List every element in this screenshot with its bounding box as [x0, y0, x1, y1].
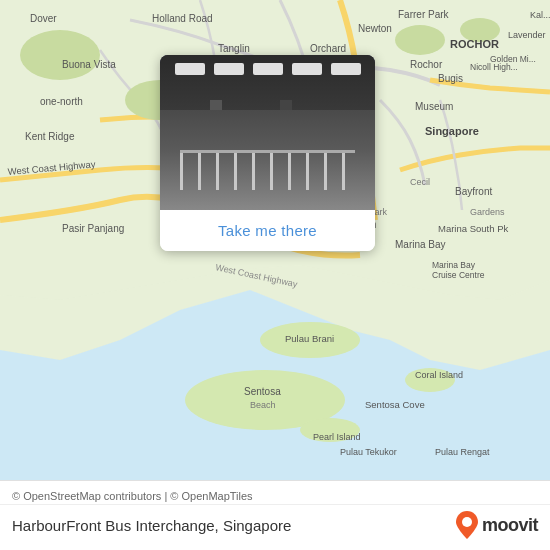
svg-text:Marina Bay: Marina Bay: [432, 260, 476, 270]
svg-text:Farrer Park: Farrer Park: [398, 9, 450, 20]
svg-text:Tanglin: Tanglin: [218, 43, 250, 54]
svg-text:Kent Ridge: Kent Ridge: [25, 131, 75, 142]
svg-text:Pulau Tekukor: Pulau Tekukor: [340, 447, 397, 457]
svg-text:Cecil: Cecil: [410, 177, 430, 187]
moovit-logo: moovit: [456, 511, 538, 539]
svg-text:Sentosa Cove: Sentosa Cove: [365, 399, 425, 410]
moovit-wordmark: moovit: [482, 515, 538, 536]
svg-text:Golden Mi...: Golden Mi...: [490, 54, 536, 64]
svg-text:Lavender: Lavender: [508, 30, 546, 40]
svg-text:Coral Island: Coral Island: [415, 370, 463, 380]
svg-text:Museum: Museum: [415, 101, 453, 112]
location-row: HarbourFront Bus Interchange, Singapore …: [0, 505, 550, 545]
svg-text:Marina South Pk: Marina South Pk: [438, 223, 508, 234]
svg-text:Singapore: Singapore: [425, 125, 479, 137]
svg-text:Rochor: Rochor: [410, 59, 443, 70]
svg-text:ROCHOR: ROCHOR: [450, 38, 499, 50]
svg-text:Dover: Dover: [30, 13, 57, 24]
take-me-there-button[interactable]: Take me there: [160, 210, 375, 251]
svg-text:Pasir Panjang: Pasir Panjang: [62, 223, 124, 234]
svg-text:Sentosa: Sentosa: [244, 386, 281, 397]
svg-text:Pulau Brani: Pulau Brani: [285, 333, 334, 344]
svg-text:Bugis: Bugis: [438, 73, 463, 84]
moovit-pin-icon: [456, 511, 478, 539]
svg-text:one-north: one-north: [40, 96, 83, 107]
svg-text:Cruise Centre: Cruise Centre: [432, 270, 485, 280]
svg-text:Buona Vista: Buona Vista: [62, 59, 116, 70]
attribution-row: © OpenStreetMap contributors | © OpenMap…: [0, 486, 550, 505]
svg-text:Marina Bay: Marina Bay: [395, 239, 446, 250]
map-container: Holland Road Newton Tanglin Orchard Dove…: [0, 0, 550, 480]
svg-text:Kal...: Kal...: [530, 10, 550, 20]
location-text: HarbourFront Bus Interchange, Singapore: [12, 517, 291, 534]
svg-text:Beach: Beach: [250, 400, 276, 410]
svg-text:Bayfront: Bayfront: [455, 186, 492, 197]
svg-text:Pearl Island: Pearl Island: [313, 432, 361, 442]
bottom-bar: © OpenStreetMap contributors | © OpenMap…: [0, 480, 550, 550]
location-popup: Take me there: [160, 55, 375, 251]
svg-point-7: [20, 30, 100, 80]
svg-text:Orchard: Orchard: [310, 43, 346, 54]
location-image: [160, 55, 375, 210]
svg-text:Newton: Newton: [358, 23, 392, 34]
svg-text:Pulau Rengat: Pulau Rengat: [435, 447, 490, 457]
svg-point-51: [462, 517, 472, 527]
svg-point-9: [395, 25, 445, 55]
svg-text:Holland Road: Holland Road: [152, 13, 213, 24]
attribution-text: © OpenStreetMap contributors | © OpenMap…: [12, 490, 253, 502]
svg-text:Gardens: Gardens: [470, 207, 505, 217]
